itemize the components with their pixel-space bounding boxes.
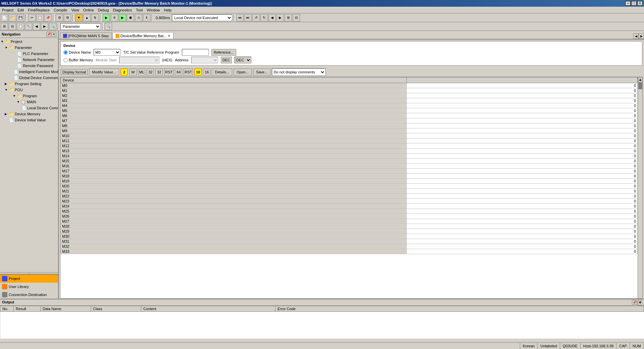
comment-display-dropdown[interactable]: Do not display comments Display comments	[272, 68, 326, 76]
tb2-btn6[interactable]: ▶	[41, 23, 48, 30]
nav-close-btn[interactable]: ✕	[52, 32, 56, 37]
tb2-btn4[interactable]: 🔧	[25, 23, 32, 30]
table-row[interactable]: M280	[61, 224, 638, 229]
tb-btn7[interactable]: ⊞	[285, 14, 292, 21]
table-row[interactable]: M200	[61, 184, 638, 189]
table-row[interactable]: M300	[61, 234, 638, 239]
table-row[interactable]: M170	[61, 169, 638, 174]
nav-tab-project[interactable]: Project	[0, 275, 58, 283]
table-row[interactable]: M290	[61, 229, 638, 234]
tab-device-buffer[interactable]: Device/Buffer Memory Bat... ✕	[112, 32, 174, 39]
address-dropdown[interactable]	[191, 57, 218, 63]
tree-parameter[interactable]: ▼ 📁 Parameter	[1, 45, 57, 51]
menu-debug[interactable]: Debug	[96, 7, 111, 13]
fmt-btn-32b[interactable]: 32	[155, 68, 163, 76]
table-row[interactable]: M330	[61, 249, 638, 254]
table-row[interactable]: M00	[61, 83, 638, 88]
compile-all-btn[interactable]: ⚙	[64, 14, 71, 21]
table-row[interactable]: M220	[61, 194, 638, 199]
output-pin-btn[interactable]: 📌	[632, 300, 637, 305]
details-btn[interactable]: Details...	[212, 68, 232, 76]
tb2-btn2[interactable]: ⊟	[9, 23, 16, 30]
table-row[interactable]: M50	[61, 108, 638, 113]
tree-pou[interactable]: ▼ 📁 POU	[1, 87, 57, 93]
table-row[interactable]: M260	[61, 214, 638, 219]
tb-btn5[interactable]: ◀	[268, 14, 276, 21]
verify-btn[interactable]: ⇅	[91, 14, 99, 21]
modify-value-btn[interactable]: Modify Value...	[89, 68, 119, 76]
tab-scroll-right[interactable]: ▶	[639, 34, 644, 39]
dec-btn[interactable]: DEC	[221, 57, 232, 63]
fmt-btn-32a[interactable]: 32	[147, 68, 154, 76]
monitor-start-btn[interactable]: ▶	[103, 14, 110, 21]
table-row[interactable]: M90	[61, 128, 638, 133]
table-row[interactable]: M100	[61, 133, 638, 138]
tree-intelligent[interactable]: 📄 Intelligent Function Module	[1, 69, 57, 75]
table-row[interactable]: M240	[61, 204, 638, 209]
table-row[interactable]: M110	[61, 138, 638, 143]
tree-device-memory[interactable]: ▶ 📁 Device Memory	[1, 111, 57, 117]
menu-online[interactable]: Online	[81, 7, 96, 13]
grid-scrollbar[interactable]: ▲ ▼	[638, 77, 642, 298]
tree-main[interactable]: ▼ 📋 MAIN	[1, 99, 57, 105]
maximize-button[interactable]: □	[631, 1, 637, 6]
table-row[interactable]: M320	[61, 244, 638, 249]
tree-device-initial[interactable]: 📄 Device Initial Value	[1, 117, 57, 123]
tree-program-setting[interactable]: ▶ 📁 Program Setting	[1, 81, 57, 87]
dec-dropdown[interactable]: DEC HEX	[235, 57, 251, 63]
read-btn[interactable]: ▲	[83, 14, 91, 21]
table-row[interactable]: M270	[61, 219, 638, 224]
module-start-dropdown[interactable]	[119, 57, 159, 63]
tb-btn8[interactable]: ⊟	[293, 14, 300, 21]
fmt-btn-ml[interactable]: ML	[138, 68, 145, 76]
local-device-dropdown[interactable]: Local Device not Executed	[172, 14, 232, 21]
tab-close-btn[interactable]: ✕	[168, 34, 170, 38]
tree-local-device-comment[interactable]: 📄 Local Device Comment	[1, 105, 57, 111]
fmt-btn-10[interactable]: 10	[194, 68, 202, 76]
table-row[interactable]: M180	[61, 174, 638, 179]
nav-pin-btn[interactable]: 📌	[46, 32, 51, 37]
tree-remote-pw[interactable]: 📄 Remote Password	[1, 63, 57, 69]
fmt-btn-64[interactable]: 64	[175, 68, 182, 76]
fmt-btn-w[interactable]: W	[129, 68, 137, 76]
fmt-btn-2[interactable]: 2	[120, 68, 128, 76]
copy-btn[interactable]: 📋	[36, 14, 44, 21]
table-row[interactable]: M210	[61, 189, 638, 194]
radio-device-name[interactable]	[63, 50, 68, 55]
run-btn[interactable]: ▶	[119, 14, 126, 21]
tb2-btn7[interactable]: 🔍	[49, 23, 56, 30]
menu-project[interactable]: Project	[0, 7, 15, 13]
tree-plc-param[interactable]: 📄 PLC Parameter	[1, 51, 57, 57]
stop-btn[interactable]: ⏹	[127, 14, 134, 21]
grid-scroll-area[interactable]: Device M00M10M20M30M40M50M60M70M80M90M10…	[60, 77, 638, 298]
scroll-up-btn[interactable]: ▲	[638, 77, 642, 82]
menu-edit[interactable]: Edit	[15, 7, 26, 13]
scroll-thumb[interactable]	[638, 82, 642, 89]
radio-buffer-memory[interactable]	[63, 58, 68, 62]
table-row[interactable]: M190	[61, 179, 638, 184]
menu-findreplace[interactable]: Find/Replace	[26, 7, 52, 13]
tb2-search-btn[interactable]: 🔍	[105, 23, 112, 30]
menu-diagnostics[interactable]: Diagnostics	[111, 7, 134, 13]
menu-help[interactable]: Help	[162, 7, 174, 13]
fmt-btn-16[interactable]: 16	[203, 68, 210, 76]
tab-prg-write[interactable]: [PRG]Write MAIN 5 Step	[60, 33, 112, 39]
table-row[interactable]: M310	[61, 239, 638, 244]
table-row[interactable]: M10	[61, 88, 638, 93]
tree-global-comment[interactable]: 📄 Global Device Comment	[1, 75, 57, 81]
table-row[interactable]: M140	[61, 154, 638, 159]
table-row[interactable]: M230	[61, 199, 638, 204]
nav-tab-connection[interactable]: Connection Destination	[0, 291, 58, 299]
fmt-btn-rst2[interactable]: RST	[184, 68, 193, 76]
device-name-dropdown[interactable]: M0	[94, 49, 120, 56]
menu-tool[interactable]: Tool	[134, 7, 145, 13]
tb2-btn5[interactable]: ◀	[33, 23, 40, 30]
fmt-btn-rst1[interactable]: RST	[164, 68, 174, 76]
table-row[interactable]: M130	[61, 149, 638, 154]
tb2-btn3[interactable]: 📋	[17, 23, 24, 30]
param-dropdown[interactable]: Parameter	[60, 23, 101, 30]
cut-btn[interactable]: ✂	[28, 14, 36, 21]
table-row[interactable]: M80	[61, 123, 638, 128]
paste-btn[interactable]: 📌	[44, 14, 52, 21]
open-btn[interactable]: 📂	[9, 14, 16, 21]
